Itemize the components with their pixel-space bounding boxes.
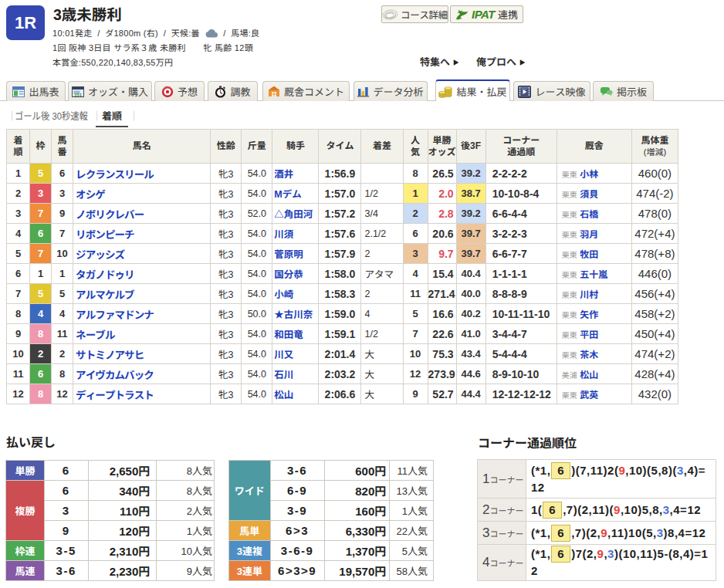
svg-text:151: 151	[74, 93, 83, 97]
